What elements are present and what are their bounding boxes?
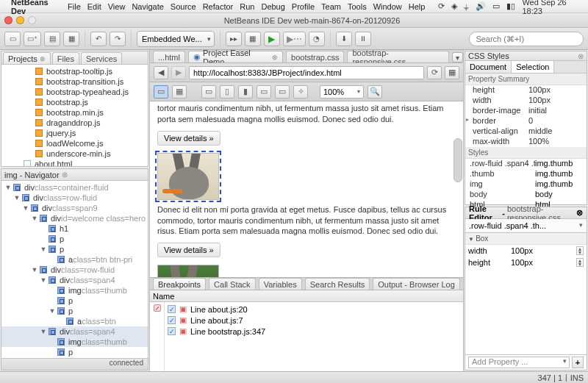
- redo-button[interactable]: ↷: [110, 32, 126, 46]
- shield-icon[interactable]: ◈: [451, 1, 457, 11]
- twisty-icon[interactable]: ▼: [31, 215, 38, 222]
- sync-icon[interactable]: ⟳: [438, 1, 445, 11]
- project-file[interactable]: bootstrap-tooltip.js: [1, 66, 148, 76]
- menu-window[interactable]: Window: [373, 2, 402, 11]
- menu-help[interactable]: Help: [409, 2, 426, 11]
- dom-node[interactable]: ▼p: [1, 244, 148, 254]
- twisty-icon[interactable]: ▼: [40, 276, 47, 284]
- project-file[interactable]: underscore-min.js: [1, 148, 148, 159]
- close-window-button[interactable]: [4, 16, 12, 24]
- dom-node[interactable]: p: [1, 347, 148, 357]
- css-property-row[interactable]: border-imageinitial: [465, 106, 587, 116]
- clean-build-button[interactable]: ▦: [245, 32, 261, 46]
- tab-document[interactable]: Document: [465, 61, 512, 73]
- menu-navigate[interactable]: Navigate: [132, 2, 163, 11]
- css-property-row[interactable]: max-width100%: [465, 137, 587, 147]
- thumbnail-image[interactable]: [157, 265, 219, 277]
- zoom-in-button[interactable]: 🔍: [368, 85, 382, 99]
- tab-breakpoints[interactable]: Breakpoints: [153, 278, 206, 290]
- search-input[interactable]: [469, 32, 584, 46]
- dom-node[interactable]: img class=thumb: [1, 337, 148, 347]
- project-file[interactable]: bootstrap-typeahead.js: [1, 87, 148, 97]
- menu-refactor[interactable]: Refactor: [203, 2, 234, 11]
- remove-breakpoint-icon[interactable]: [154, 304, 161, 312]
- breakpoint-row[interactable]: ✓▣Line about.js:20: [168, 304, 460, 315]
- close-icon[interactable]: ⊗: [578, 52, 584, 60]
- url-field[interactable]: [189, 66, 424, 79]
- tab-overflow-button[interactable]: ▾: [452, 52, 463, 62]
- dom-node[interactable]: img class=thumb: [1, 285, 148, 296]
- step-button[interactable]: ⬇: [336, 32, 352, 46]
- view-details-button[interactable]: View details »: [157, 243, 220, 257]
- dom-node[interactable]: ▼div class=row-fluid: [1, 193, 148, 203]
- minimize-window-button[interactable]: [16, 16, 24, 24]
- menu-team[interactable]: Team: [321, 2, 341, 11]
- twisty-icon[interactable]: ▼: [40, 328, 47, 335]
- run-button[interactable]: ▶: [264, 32, 280, 46]
- project-file[interactable]: about.html: [1, 159, 148, 166]
- menu-profile[interactable]: Profile: [292, 2, 315, 11]
- tab-services[interactable]: Services: [81, 52, 122, 64]
- breakpoint-checkbox[interactable]: ✓: [168, 305, 176, 313]
- twisty-icon[interactable]: ▼: [49, 307, 56, 315]
- css-property-row[interactable]: width100px: [465, 96, 587, 106]
- tab-output[interactable]: Output - Browser Log: [373, 278, 460, 290]
- stepper-icon[interactable]: ▲▼: [576, 246, 584, 255]
- dom-node[interactable]: ▼div id=welcome class=hero: [1, 213, 148, 223]
- selection-tool-button[interactable]: ▭: [154, 85, 168, 99]
- dom-node[interactable]: a class=btn: [1, 316, 148, 326]
- menu-source[interactable]: Source: [171, 2, 196, 11]
- css-property-row[interactable]: height100px: [465, 85, 587, 96]
- highlight-tool-button[interactable]: ▦: [172, 85, 187, 99]
- project-file[interactable]: bootstrap.js: [1, 97, 148, 107]
- menu-edit[interactable]: Edit: [87, 2, 101, 11]
- close-icon[interactable]: ⊗: [272, 54, 278, 61]
- device-desktop-button[interactable]: ▭: [201, 85, 216, 99]
- close-icon[interactable]: ⊗: [62, 171, 68, 179]
- forward-button[interactable]: ▶: [171, 66, 186, 79]
- css-rule-row[interactable]: bodybody: [465, 190, 587, 200]
- rule-property-row[interactable]: width100px▲▼: [465, 245, 587, 257]
- twisty-icon[interactable]: ▼: [31, 266, 38, 273]
- project-file[interactable]: bootstrap-transition.js: [1, 76, 148, 87]
- dom-node[interactable]: p: [1, 234, 148, 244]
- breakpoint-checkbox[interactable]: ✓: [168, 316, 176, 324]
- menu-tools[interactable]: Tools: [348, 2, 367, 11]
- dom-node[interactable]: a class=btn btn-pri: [1, 254, 148, 265]
- add-property-select[interactable]: Add Property ...: [468, 357, 570, 368]
- breakpoint-checkbox[interactable]: ✓: [168, 327, 176, 335]
- rule-property-row[interactable]: height100px▲▼: [465, 257, 587, 268]
- dom-node[interactable]: h1: [1, 223, 148, 234]
- twisty-icon[interactable]: ▼: [4, 184, 12, 191]
- tab-projects[interactable]: Projects⊗: [3, 52, 51, 64]
- project-file[interactable]: loadWelcome.js: [1, 138, 148, 148]
- breakpoints-list[interactable]: ✓▣Line about.js:20✓▣Line about.js:7✓▣Lin…: [165, 302, 463, 371]
- zoom-window-button[interactable]: [28, 16, 36, 24]
- device-tablet-button[interactable]: ▯: [220, 85, 234, 99]
- device-phone-button[interactable]: ▮: [238, 85, 253, 99]
- css-rule-row[interactable]: .thumbimg.thumb: [465, 169, 587, 179]
- preview-pane[interactable]: tortor mauris condimentum nibh, ut ferme…: [150, 101, 463, 277]
- tab-selection[interactable]: Selection: [512, 61, 554, 73]
- flag-icon[interactable]: ▭: [492, 1, 500, 11]
- twisty-icon[interactable]: ▼: [22, 204, 29, 212]
- back-button[interactable]: ◀: [154, 66, 168, 79]
- tab-variables[interactable]: Variables: [259, 278, 302, 290]
- editor-tab-bootstrap[interactable]: bootstrap.css: [286, 51, 344, 62]
- undo-button[interactable]: ↶: [90, 32, 107, 46]
- breakpoint-row[interactable]: ✓▣Line about.js:7: [168, 315, 460, 326]
- close-icon[interactable]: ⊗: [576, 208, 583, 218]
- twisty-icon[interactable]: ▼: [40, 246, 47, 253]
- dom-node[interactable]: ▼div class=span4: [1, 275, 148, 285]
- rule-group-box[interactable]: Box: [465, 233, 587, 245]
- css-property-row[interactable]: border0: [465, 116, 587, 126]
- css-rule-row[interactable]: .row-fluid .span4 .thimg.thumb: [465, 159, 587, 169]
- debug-button[interactable]: ▶⋯: [283, 32, 306, 46]
- css-rule-row[interactable]: imgimg.thumb: [465, 179, 587, 190]
- pause-button[interactable]: ⏸: [355, 32, 371, 46]
- add-property-button[interactable]: +: [572, 357, 584, 368]
- editor-tab-html[interactable]: ...html: [153, 51, 185, 62]
- project-file[interactable]: bootstrap.min.js: [1, 107, 148, 118]
- profile-button[interactable]: ◔: [309, 32, 325, 46]
- dom-node[interactable]: ▼div class=container-fluid: [1, 182, 148, 193]
